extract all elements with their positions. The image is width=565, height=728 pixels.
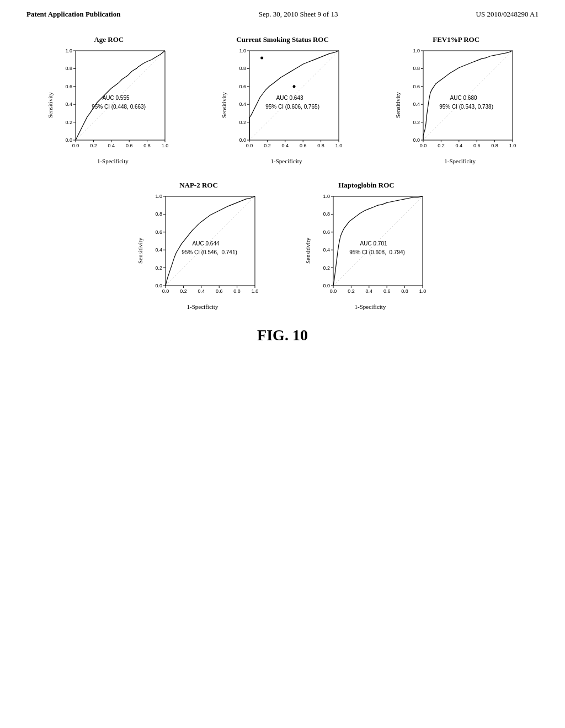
nap2-roc-inner: 1-Specificity — [145, 192, 260, 310]
haptoglobin-roc-xlabel: 1-Specificity — [312, 303, 428, 310]
nap2-roc-wrap: Sensitivity 1-Specificity — [137, 192, 260, 310]
haptoglobin-roc-ylabel: Sensitivity — [305, 238, 311, 264]
header-patent-number: US 2010/0248290 A1 — [476, 10, 539, 19]
smoking-roc-title: Current Smoking Status ROC — [236, 35, 329, 44]
age-roc-inner: 1-Specificity — [55, 46, 170, 164]
fev1p-roc-ylabel: Sensitivity — [395, 92, 401, 118]
haptoglobin-roc-chart — [312, 192, 428, 302]
fev1p-roc-xlabel: 1-Specificity — [402, 158, 518, 164]
main-content: Age ROC Sensitivity 1-Specificity Curren… — [0, 24, 565, 366]
nap2-roc-ylabel: Sensitivity — [137, 238, 143, 264]
figure-caption: FIG. 10 — [22, 326, 543, 344]
fev1p-roc-inner: 1-Specificity — [402, 46, 518, 164]
nap2-roc-chart — [145, 192, 260, 302]
fev1p-roc-wrap: Sensitivity 1-Specificity — [395, 46, 518, 164]
header-date-sheet: Sep. 30, 2010 Sheet 9 of 13 — [259, 10, 338, 19]
age-roc-wrap: Sensitivity 1-Specificity — [47, 46, 170, 164]
haptoglobin-roc-title: Haptoglobin ROC — [338, 181, 395, 190]
age-roc-xlabel: 1-Specificity — [55, 158, 170, 164]
haptoglobin-roc-container: Haptoglobin ROC Sensitivity 1-Specificit… — [305, 181, 428, 310]
age-roc-container: Age ROC Sensitivity 1-Specificity — [47, 35, 170, 164]
fev1p-roc-container: FEV1%P ROC Sensitivity 1-Specificity — [395, 35, 518, 164]
smoking-roc-wrap: Sensitivity 1-Specificity — [221, 46, 344, 164]
smoking-roc-container: Current Smoking Status ROC Sensitivity 1… — [221, 35, 344, 164]
nap2-roc-xlabel: 1-Specificity — [145, 303, 260, 310]
smoking-roc-chart — [228, 46, 344, 157]
nap2-roc-container: NAP-2 ROC Sensitivity 1-Specificity — [137, 181, 260, 310]
nap2-roc-title: NAP-2 ROC — [179, 181, 218, 190]
age-roc-ylabel: Sensitivity — [47, 92, 54, 118]
smoking-roc-xlabel: 1-Specificity — [228, 158, 344, 164]
charts-row-2: NAP-2 ROC Sensitivity 1-Specificity Hapt… — [22, 181, 543, 310]
age-roc-title: Age ROC — [94, 35, 124, 44]
fev1p-roc-title: FEV1%P ROC — [433, 35, 479, 44]
header-publication-label: Patent Application Publication — [26, 10, 120, 19]
charts-row-1: Age ROC Sensitivity 1-Specificity Curren… — [22, 35, 543, 164]
smoking-roc-inner: 1-Specificity — [228, 46, 344, 164]
haptoglobin-roc-wrap: Sensitivity 1-Specificity — [305, 192, 428, 310]
fev1p-roc-chart — [402, 46, 518, 157]
haptoglobin-roc-inner: 1-Specificity — [312, 192, 428, 310]
age-roc-chart — [55, 46, 170, 157]
smoking-roc-ylabel: Sensitivity — [221, 92, 227, 118]
page-header: Patent Application Publication Sep. 30, … — [0, 0, 565, 24]
